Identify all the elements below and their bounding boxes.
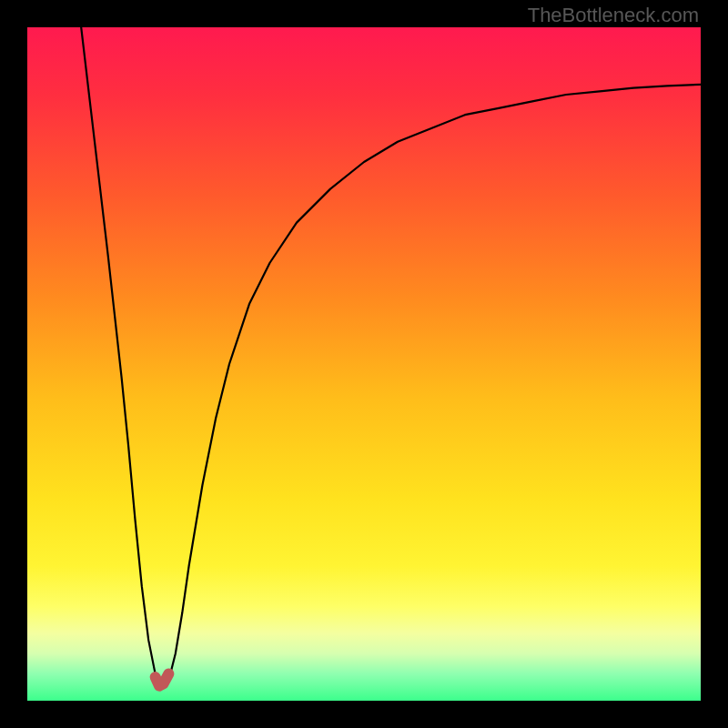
optimal-marker (156, 673, 169, 685)
curve-layer (27, 27, 701, 701)
plot-area (27, 27, 701, 701)
bottleneck-curve (81, 27, 701, 687)
watermark-text: TheBottleneck.com (528, 4, 699, 27)
chart-frame: TheBottleneck.com (0, 0, 728, 728)
